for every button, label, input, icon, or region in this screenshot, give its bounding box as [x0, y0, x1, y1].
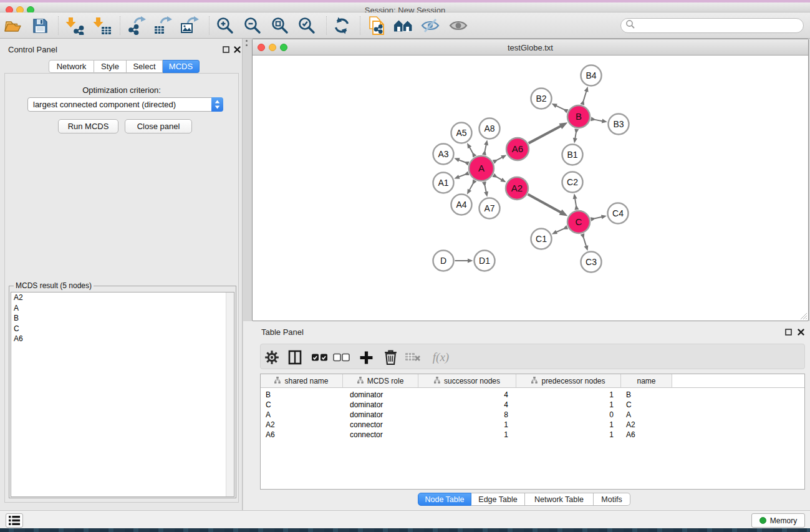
- network-canvas[interactable]: B4B2BB3A8A5A6A3B1AA1C2A2A4A7C4CC1DD1C3: [253, 56, 808, 321]
- edge-C-C1[interactable]: [556, 229, 564, 233]
- node-A1[interactable]: A1: [433, 173, 454, 193]
- node-B3[interactable]: B3: [609, 114, 629, 135]
- node-A6[interactable]: A6: [506, 138, 529, 160]
- tab-edge-table[interactable]: Edge Table: [471, 493, 525, 506]
- cell-successor-nodes: 4: [418, 400, 516, 410]
- svg-text:B3: B3: [613, 119, 624, 129]
- close-panel-icon[interactable]: [233, 46, 241, 54]
- result-item[interactable]: A2: [11, 293, 234, 303]
- export-table-icon[interactable]: [153, 16, 173, 36]
- tab-select[interactable]: Select: [127, 60, 163, 73]
- memory-button[interactable]: Memory: [751, 513, 805, 528]
- search-input[interactable]: [638, 21, 803, 30]
- node-B2[interactable]: B2: [531, 89, 552, 109]
- delete-column-icon[interactable]: [380, 347, 401, 368]
- tab-motifs[interactable]: Motifs: [594, 493, 630, 506]
- search-field[interactable]: [620, 18, 804, 33]
- result-item[interactable]: A6: [11, 334, 234, 344]
- zoom-fit-icon[interactable]: [270, 16, 290, 36]
- refresh-icon[interactable]: [332, 16, 352, 36]
- mcds-result-title: MCDS result (5 nodes): [14, 281, 94, 290]
- node-C1[interactable]: C1: [531, 229, 552, 249]
- node-A4[interactable]: A4: [451, 195, 472, 215]
- node-A5[interactable]: A5: [451, 123, 472, 143]
- cell-name: A6: [621, 430, 672, 440]
- edge-B-B3[interactable]: [595, 120, 603, 122]
- node-A[interactable]: A: [469, 156, 494, 181]
- tab-network[interactable]: Network: [49, 60, 94, 73]
- edge-A2-C[interactable]: [528, 195, 562, 213]
- node-A2[interactable]: A2: [506, 177, 528, 200]
- select-all-rows-icon[interactable]: [309, 347, 330, 368]
- zoom-out-icon[interactable]: [243, 16, 263, 36]
- table-row[interactable]: Adominator80A: [261, 410, 804, 420]
- tab-node-table[interactable]: Node Table: [418, 493, 471, 506]
- column-header-name[interactable]: name: [621, 374, 672, 387]
- save-session-icon[interactable]: [30, 16, 50, 36]
- add-column-icon[interactable]: [355, 347, 377, 368]
- edge-B-B2[interactable]: [556, 105, 564, 110]
- export-image-icon[interactable]: [180, 16, 200, 36]
- node-A3[interactable]: A3: [433, 144, 454, 165]
- node-D1[interactable]: D1: [475, 251, 495, 271]
- cell-successor-nodes: 8: [418, 410, 516, 420]
- hide-selection-icon[interactable]: [420, 16, 440, 36]
- edge-B-B4[interactable]: [584, 90, 587, 101]
- edge-A6-B[interactable]: [529, 126, 562, 143]
- table-row[interactable]: Cdominator41C: [261, 400, 804, 410]
- node-C3[interactable]: C3: [581, 252, 602, 273]
- node-D[interactable]: D: [433, 251, 454, 271]
- panel-splitter-handle[interactable]: [246, 40, 248, 50]
- criterion-select[interactable]: largest connected component (directed): [27, 97, 223, 112]
- cell-MCDS-role: connector: [343, 420, 418, 430]
- first-neighbors-icon[interactable]: [393, 16, 413, 36]
- import-table-icon[interactable]: [92, 16, 112, 36]
- close-panel-button[interactable]: Close panel: [125, 119, 192, 133]
- node-C[interactable]: C: [567, 211, 590, 233]
- toolbar-separator: [58, 16, 59, 35]
- mcds-result-list[interactable]: A2ABCA6: [11, 292, 234, 497]
- export-network-icon[interactable]: [127, 16, 147, 36]
- tab-style[interactable]: Style: [94, 60, 127, 73]
- svg-text:A8: A8: [484, 123, 494, 133]
- node-A8[interactable]: A8: [480, 118, 500, 139]
- edge-C-C3[interactable]: [584, 238, 587, 247]
- table-settings-icon[interactable]: [261, 347, 282, 368]
- node-table[interactable]: shared nameMCDS rolesuccessor nodesprede…: [260, 374, 805, 490]
- node-B1[interactable]: B1: [562, 145, 583, 165]
- node-B4[interactable]: B4: [581, 65, 602, 86]
- result-item[interactable]: B: [11, 313, 234, 324]
- node-C2[interactable]: C2: [562, 172, 583, 193]
- zoom-in-icon[interactable]: [215, 16, 235, 36]
- import-network-icon[interactable]: [65, 16, 85, 36]
- close-panel-icon[interactable]: [797, 328, 805, 336]
- cell-name: B: [621, 390, 672, 400]
- show-all-icon[interactable]: [448, 16, 468, 36]
- svg-text:C1: C1: [536, 234, 547, 244]
- deselect-all-rows-icon[interactable]: [331, 347, 352, 368]
- node-B[interactable]: B: [567, 105, 590, 128]
- result-item[interactable]: A: [11, 303, 234, 314]
- column-header-shared-name[interactable]: shared name: [261, 374, 343, 387]
- column-header-MCDS-role[interactable]: MCDS role: [343, 374, 418, 387]
- float-panel-icon[interactable]: [222, 46, 230, 54]
- new-network-from-selection-icon[interactable]: [367, 16, 387, 36]
- column-header-successor-nodes[interactable]: successor nodes: [418, 374, 516, 387]
- column-visibility-icon[interactable]: [284, 347, 306, 368]
- task-history-button[interactable]: [6, 513, 23, 528]
- table-row[interactable]: A6connector11A6: [261, 430, 804, 440]
- tab-mcds[interactable]: MCDS: [163, 60, 200, 73]
- float-panel-icon[interactable]: [784, 328, 793, 336]
- result-list-scrollbar[interactable]: [226, 293, 234, 496]
- open-session-icon[interactable]: [2, 16, 22, 36]
- resize-grip-icon[interactable]: [799, 312, 808, 320]
- run-mcds-button[interactable]: Run MCDS: [58, 119, 118, 133]
- result-item[interactable]: C: [11, 324, 234, 334]
- table-row[interactable]: Bdominator41B: [261, 390, 804, 400]
- tab-network-table[interactable]: Network Table: [525, 493, 594, 506]
- column-header-predecessor-nodes[interactable]: predecessor nodes: [516, 374, 621, 387]
- zoom-selected-icon[interactable]: [297, 16, 317, 36]
- node-A7[interactable]: A7: [480, 198, 500, 219]
- node-C4[interactable]: C4: [608, 203, 629, 224]
- table-row[interactable]: A2connector11A2: [261, 420, 804, 430]
